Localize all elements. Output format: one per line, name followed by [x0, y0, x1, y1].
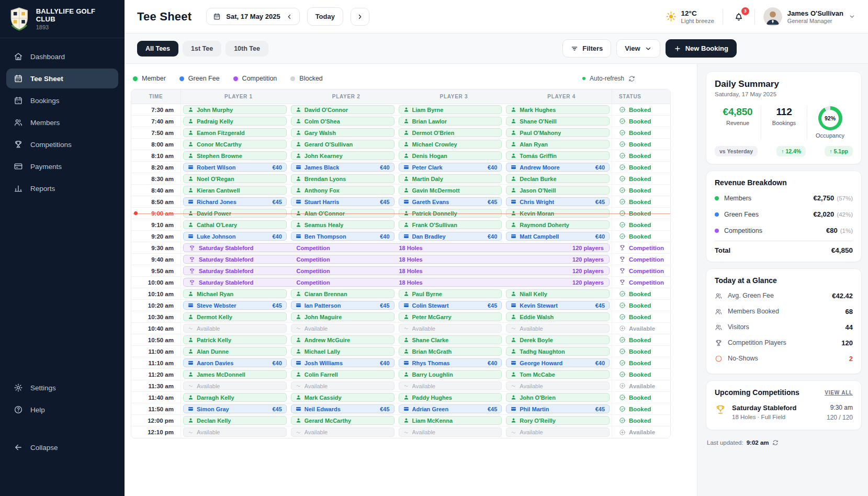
player-cell[interactable]: Michael Crowley	[399, 140, 502, 149]
next-day-button[interactable]	[351, 8, 369, 26]
player-cell[interactable]: John Kearney	[291, 151, 394, 160]
player-cell[interactable]: Andrew McGuire	[291, 335, 394, 344]
player-cell[interactable]: Niall Kelly	[506, 289, 610, 298]
sidebar-item-bookings[interactable]: Bookings	[6, 91, 118, 110]
player-cell[interactable]: Shane Clarke	[399, 335, 502, 344]
player-cell[interactable]: Alan Ryan	[506, 140, 610, 149]
player-cell[interactable]: Tadhg Naughton	[506, 347, 610, 356]
player-cell[interactable]: Derek Boyle	[506, 335, 610, 344]
player-cell[interactable]: Phil Martin€45	[506, 404, 610, 413]
competition-block[interactable]: Saturday StablefordCompetition18 Holes12…	[183, 278, 610, 287]
player-cell[interactable]: Ben Thompson€40	[291, 232, 394, 241]
player-cell[interactable]: John Murphy	[183, 105, 287, 114]
player-cell[interactable]: Gerard O'Sullivan	[291, 140, 394, 149]
player-cell[interactable]: Noel O'Regan	[183, 174, 287, 183]
player-cell[interactable]: Simon Gray€45	[183, 404, 287, 413]
player-cell[interactable]: Barry Loughlin	[399, 370, 502, 379]
player-cell[interactable]: Kevin Moran	[506, 209, 610, 218]
player-cell[interactable]: David O'Connor	[291, 105, 394, 114]
player-cell[interactable]: George Howard€40	[506, 358, 610, 367]
new-booking-button[interactable]: New Booking	[666, 39, 737, 58]
player-cell[interactable]: Paddy Hughes	[399, 393, 502, 402]
competition-block[interactable]: Saturday StablefordCompetition18 Holes12…	[183, 266, 610, 275]
player-cell[interactable]: Ian Patterson€45	[291, 301, 394, 310]
player-cell[interactable]: Dan Bradley€40	[399, 232, 502, 241]
sidebar-item-settings[interactable]: Settings	[6, 378, 118, 398]
player-cell[interactable]: Aaron Davies€40	[183, 358, 287, 367]
player-cell[interactable]: Declan Kelly	[183, 416, 287, 425]
player-cell[interactable]: Michael Ryan	[183, 289, 287, 298]
player-cell[interactable]: Tomás Griffin	[506, 151, 610, 160]
tab-all-tees[interactable]: All Tees	[137, 41, 178, 57]
player-cell[interactable]: Matt Campbell€40	[506, 232, 610, 241]
player-cell[interactable]: Kieran Cantwell	[183, 186, 287, 195]
player-cell[interactable]: Available	[399, 381, 502, 390]
player-cell[interactable]: Gareth Evans€45	[399, 197, 502, 206]
player-cell[interactable]: Adrian Green€45	[399, 404, 502, 413]
refresh-icon[interactable]	[772, 439, 779, 446]
sidebar-item-members[interactable]: Members	[6, 112, 118, 132]
player-cell[interactable]: Luke Johnson€40	[183, 232, 287, 241]
player-cell[interactable]: David Power	[183, 209, 287, 218]
player-cell[interactable]: James McDonnell	[183, 370, 287, 379]
player-cell[interactable]: Brendan Lyons	[291, 174, 394, 183]
player-cell[interactable]: Cathal O'Leary	[183, 220, 287, 229]
player-cell[interactable]: Alan Dunne	[183, 347, 287, 356]
player-cell[interactable]: Available	[291, 324, 394, 333]
player-cell[interactable]: Gavin McDermott	[399, 186, 502, 195]
player-cell[interactable]: Liam Byrne	[399, 105, 502, 114]
player-cell[interactable]: Available	[399, 324, 502, 333]
player-cell[interactable]: Available	[183, 381, 287, 390]
competition-item[interactable]: Saturday Stableford18 Holes · Full Field…	[715, 402, 853, 422]
sidebar-item-help[interactable]: Help	[6, 400, 118, 420]
player-cell[interactable]: Denis Hogan	[399, 151, 502, 160]
player-cell[interactable]: Patrick Donnelly	[399, 209, 502, 218]
player-cell[interactable]: Martin Daly	[399, 174, 502, 183]
player-cell[interactable]: Robert Wilson€40	[183, 163, 287, 172]
player-cell[interactable]: Ciaran Brennan	[291, 289, 394, 298]
player-cell[interactable]: Conor McCarthy	[183, 140, 287, 149]
player-cell[interactable]: Colin Farrell	[291, 370, 394, 379]
player-cell[interactable]: Neil Edwards€45	[291, 404, 394, 413]
player-cell[interactable]: Stephen Browne	[183, 151, 287, 160]
player-cell[interactable]: John O'Brien	[506, 393, 610, 402]
player-cell[interactable]: Available	[506, 381, 610, 390]
player-cell[interactable]: Available	[183, 324, 287, 333]
player-cell[interactable]: Richard Jones€45	[183, 197, 287, 206]
player-cell[interactable]: Colin Stewart€45	[399, 301, 502, 310]
player-cell[interactable]: Patrick Kelly	[183, 335, 287, 344]
player-cell[interactable]: Peter Clark€40	[399, 163, 502, 172]
player-cell[interactable]: Steve Webster€45	[183, 301, 287, 310]
player-cell[interactable]: Darragh Kelly	[183, 393, 287, 402]
sidebar-item-tee-sheet[interactable]: Tee Sheet	[6, 69, 118, 88]
collapse-sidebar-button[interactable]: Collapse	[6, 437, 118, 457]
date-picker[interactable]: Sat, 17 May 2025	[206, 8, 299, 25]
player-cell[interactable]: Available	[399, 427, 502, 437]
player-cell[interactable]: Mark Hughes	[506, 105, 610, 114]
player-cell[interactable]: Liam McKenna	[399, 416, 502, 425]
player-cell[interactable]: Declan Burke	[506, 174, 610, 183]
player-cell[interactable]: Rory O'Reilly	[506, 416, 610, 425]
player-cell[interactable]: Josh Williams€40	[291, 358, 394, 367]
player-cell[interactable]: Available	[506, 427, 610, 437]
player-cell[interactable]: Peter McGarry	[399, 312, 502, 321]
view-all-link[interactable]: VIEW ALL	[825, 390, 853, 396]
player-cell[interactable]: Kevin Stewart€45	[506, 301, 610, 310]
player-cell[interactable]: Gary Walsh	[291, 128, 394, 137]
tab-10th-tee[interactable]: 10th Tee	[226, 41, 268, 57]
player-cell[interactable]: Mark Cassidy	[291, 393, 394, 402]
user-menu[interactable]: James O'Sullivan General Manager	[763, 7, 855, 26]
player-cell[interactable]: Tom McCabe	[506, 370, 610, 379]
player-cell[interactable]: Stuart Harris€45	[291, 197, 394, 206]
player-cell[interactable]: Michael Lally	[291, 347, 394, 356]
filters-button[interactable]: Filters	[562, 39, 611, 58]
player-cell[interactable]: Available	[291, 427, 394, 437]
player-cell[interactable]: Paul Byrne	[399, 289, 502, 298]
player-cell[interactable]: Anthony Fox	[291, 186, 394, 195]
player-cell[interactable]: Available	[183, 427, 287, 437]
player-cell[interactable]: Dermot O'Brien	[399, 128, 502, 137]
sidebar-item-competitions[interactable]: Competitions	[6, 134, 118, 154]
sidebar-item-reports[interactable]: Reports	[6, 178, 118, 198]
player-cell[interactable]: Eddie Walsh	[506, 312, 610, 321]
player-cell[interactable]: Brian McGrath	[399, 347, 502, 356]
